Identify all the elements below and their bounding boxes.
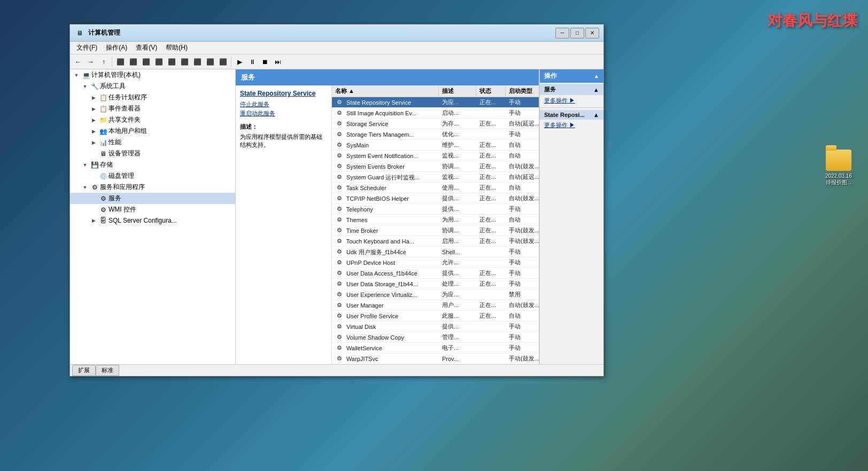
toolbar-separator-1 [112, 57, 112, 67]
window-controls: ─ □ ✕ [555, 28, 599, 38]
col-header-name[interactable]: 名称 ▲ [332, 85, 439, 97]
toolbar-btn-4[interactable]: ⬛ [153, 56, 165, 68]
up-button[interactable]: ↑ [98, 56, 110, 68]
service-row-10[interactable]: ⚙ Telephony 提供... 手动 网络服务 [332, 204, 539, 215]
service-row-24[interactable]: ⚙ WarpJITSvc Prov... 手动(鼓发... 本地服务 [332, 354, 539, 364]
service-row-11[interactable]: ⚙ Themes 为用... 正在... 自动 本地系统 [332, 215, 539, 225]
tree-item-performance[interactable]: ▶ 📊 性能 [70, 137, 235, 148]
tree-label-shared: 共享文件夹 [108, 115, 141, 124]
forward-button[interactable]: → [85, 56, 97, 68]
services-apps-icon: ⚙ [90, 183, 99, 192]
pause-button[interactable]: ⏸ [246, 56, 258, 68]
toolbar-btn-6[interactable]: ⬛ [179, 56, 190, 68]
toolbar-btn-8[interactable]: ⬛ [204, 56, 216, 68]
tree-label-event: 事件查看器 [108, 104, 141, 113]
maximize-button[interactable]: □ [570, 28, 584, 38]
menu-bar: 文件(F) 操作(A) 查看(V) 帮助(H) [70, 42, 603, 54]
service-row-22[interactable]: ⚙ Volume Shadow Copy 管理... 手动 本地系统 [332, 332, 539, 343]
selected-service-name[interactable]: State Repository Service [240, 90, 327, 97]
tree-item-system-tools[interactable]: ▼ 🔧 系统工具 [70, 81, 235, 92]
tree-item-shared-folders[interactable]: ▶ 📁 共享文件夹 [70, 114, 235, 125]
col-header-status[interactable]: 状态 [476, 85, 506, 97]
tree-item-sql[interactable]: ▶ 🗄 SQL Server Configura... [70, 215, 235, 226]
toolbar-btn-2[interactable]: ⬛ [127, 56, 139, 68]
service-icon-21: ⚙ [335, 323, 344, 331]
service-row-2[interactable]: ⚙ Storage Service 为存... 正在... 自动(延迟... 本… [332, 119, 539, 129]
tree-item-services-apps[interactable]: ▼ ⚙ 服务和应用程序 [70, 182, 235, 193]
right-section-state-title[interactable]: State Reposi... ▲ [540, 110, 603, 120]
service-row-7[interactable]: ⚙ System Guard 运行时监视... 监视... 正在... 自动(延… [332, 172, 539, 183]
service-row-4[interactable]: ⚙ SysMain 维护... 正在... 自动 本地系统 [332, 140, 539, 151]
tree-item-storage[interactable]: ▼ 💾 存储 [70, 159, 235, 170]
service-icon-20: ⚙ [335, 312, 344, 320]
service-row-17[interactable]: ⚙ User Data Storage_f1b44... 处理... 正在...… [332, 279, 539, 289]
service-row-9[interactable]: ⚙ TCP/IP NetBIOS Helper 提供... 正在... 自动(鼓… [332, 193, 539, 204]
tree-item-wmi[interactable]: ⚙ WMI 控件 [70, 204, 235, 215]
service-row-21[interactable]: ⚙ Virtual Disk 提供... 手动 本地系统 [332, 321, 539, 332]
tab-standard[interactable]: 标准 [96, 365, 119, 376]
service-row-18[interactable]: ⚙ User Experience Virtualiz... 为应... 禁用 … [332, 289, 539, 300]
restart-service-link[interactable]: 重启动此服务 [240, 109, 327, 117]
service-name-18: ⚙ User Experience Virtualiz... [332, 289, 439, 300]
toolbar-btn-7[interactable]: ⬛ [191, 56, 203, 68]
service-row-15[interactable]: ⚙ UPnP Device Host 允许... 手动 本地系统 [332, 257, 539, 268]
desktop-icon[interactable]: 2022.03.16待报价图... [825, 150, 852, 186]
service-name-1: ⚙ Still Image Acquisition Ev... [332, 108, 439, 119]
back-button[interactable]: ← [72, 56, 84, 68]
toolbar-btn-5[interactable]: ⬛ [166, 56, 177, 68]
service-icon-24: ⚙ [335, 355, 344, 363]
stop-button[interactable]: ⏹ [259, 56, 271, 68]
service-row-16[interactable]: ⚙ User Data Access_f1b44ce 提供... 正在... 手… [332, 268, 539, 279]
service-name-5: ⚙ System Event Notification... [332, 151, 439, 161]
service-row-14[interactable]: ⚙ Udk 用户服务_f1b44ce Shell... 手动 本地系统 [332, 247, 539, 257]
service-icon-23: ⚙ [335, 344, 344, 352]
tree-label-wmi: WMI 控件 [108, 205, 136, 214]
service-row-0[interactable]: ⚙ State Repository Service 为应... 正在... 手… [332, 97, 539, 108]
service-icon-3: ⚙ [335, 130, 344, 139]
tree-item-local-users[interactable]: ▶ 👥 本地用户和组 [70, 125, 235, 137]
service-row-6[interactable]: ⚙ System Events Broker 协调... 正在... 自动(鼓发… [332, 161, 539, 172]
show-hide-console[interactable]: ⬛ [114, 56, 126, 68]
menu-action[interactable]: 操作(A) [102, 42, 131, 53]
service-row-12[interactable]: ⚙ Time Broker 协调... 正在... 手动(鼓发... 本地服务 [332, 225, 539, 236]
col-header-desc[interactable]: 描述 [439, 85, 476, 97]
service-row-8[interactable]: ⚙ Task Scheduler 使用... 正在... 自动 本地系统 [332, 183, 539, 193]
service-name-15: ⚙ UPnP Device Host [332, 257, 439, 268]
service-name-11: ⚙ Themes [332, 215, 439, 225]
tree-item-services[interactable]: ⚙ 服务 [70, 193, 235, 204]
service-row-3[interactable]: ⚙ Storage Tiers Managem... 优化... 手动 本地系统 [332, 129, 539, 140]
service-row-13[interactable]: ⚙ Touch Keyboard and Ha... 启用... 正在... 手… [332, 236, 539, 247]
menu-view[interactable]: 查看(V) [131, 42, 161, 53]
toolbar: ← → ↑ ⬛ ⬛ ⬛ ⬛ ⬛ ⬛ ⬛ ⬛ ⬛ ▶ ⏸ ⏹ ⏭ [70, 54, 603, 69]
tree-item-computer[interactable]: ▼ 💻 计算机管理(本机) [70, 69, 235, 81]
minimize-button[interactable]: ─ [555, 28, 569, 38]
expander-services [89, 194, 98, 203]
more-actions-1[interactable]: 更多操作 ▶ [540, 95, 603, 106]
tree-item-disk-mgmt[interactable]: 💿 磁盘管理 [70, 170, 235, 182]
service-name-12: ⚙ Time Broker [332, 225, 439, 236]
tree-item-task-scheduler[interactable]: ▶ 📋 任务计划程序 [70, 92, 235, 103]
right-section-services-title[interactable]: 服务 ▲ [540, 84, 603, 95]
tree-item-device-manager[interactable]: 🖥 设备管理器 [70, 148, 235, 159]
next-button[interactable]: ⏭ [272, 56, 284, 68]
service-row-1[interactable]: ⚙ Still Image Acquisition Ev... 启动... 手动… [332, 108, 539, 119]
close-button[interactable]: ✕ [585, 28, 599, 38]
service-row-20[interactable]: ⚙ User Profile Service 此服... 正在... 自动 本地… [332, 311, 539, 321]
service-row-5[interactable]: ⚙ System Event Notification... 监视... 正在.… [332, 151, 539, 161]
toolbar-btn-3[interactable]: ⬛ [140, 56, 152, 68]
tab-expand[interactable]: 扩展 [72, 365, 96, 376]
service-icon-1: ⚙ [335, 109, 344, 117]
service-row-23[interactable]: ⚙ WalletService 电子... 手动 本地系统 [332, 343, 539, 354]
menu-file[interactable]: 文件(F) [72, 42, 102, 53]
stop-service-link[interactable]: 停止此服务 [240, 100, 327, 108]
content-area: ▼ 💻 计算机管理(本机) ▼ 🔧 系统工具 ▶ 📋 任务计划程序 ▶ 📋 事件… [70, 69, 603, 364]
toolbar-btn-9[interactable]: ⬛ [217, 56, 229, 68]
play-button[interactable]: ▶ [234, 56, 245, 68]
menu-help[interactable]: 帮助(H) [161, 42, 192, 53]
col-header-startup[interactable]: 启动类型 [506, 85, 539, 97]
more-actions-2[interactable]: 更多操作 ▶ [540, 120, 603, 131]
tree-item-event-viewer[interactable]: ▶ 📋 事件查看器 [70, 103, 235, 114]
services-header-text: 服务 [241, 73, 255, 82]
right-arrow-icon-2: ▶ [569, 122, 575, 128]
service-row-19[interactable]: ⚙ User Manager 用户... 正在... 自动(鼓发... 本地系统 [332, 300, 539, 311]
